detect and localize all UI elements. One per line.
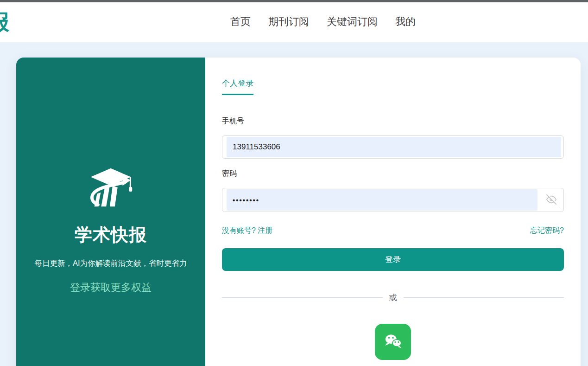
password-input[interactable]: [222, 188, 563, 212]
wechat-login-button[interactable]: [375, 324, 411, 360]
password-field-wrap: [222, 188, 564, 212]
login-form-panel: 个人登录 手机号 密码 没有账号? 注册: [205, 58, 581, 366]
password-label: 密码: [222, 169, 564, 179]
main-nav: 首页 期刊订阅 关键词订阅 我的: [230, 15, 416, 29]
brand-tagline: 每日更新，AI为你解读前沿文献，省时更省力: [34, 257, 187, 270]
divider-text: 或: [389, 292, 397, 303]
tab-personal-login[interactable]: 个人登录: [222, 78, 253, 95]
brand-title: 学术快报: [16, 223, 205, 247]
toggle-password-visibility-button[interactable]: [545, 194, 557, 206]
nav-item-keyword-subscription[interactable]: 关键词订阅: [327, 15, 378, 29]
hero-panel: 学术快报 每日更新，AI为你解读前沿文献，省时更省力 登录获取更多权益: [16, 58, 205, 366]
or-divider: 或: [222, 292, 564, 303]
divider-line: [222, 297, 383, 298]
phone-input[interactable]: [222, 136, 563, 158]
social-login-row: [222, 324, 564, 360]
phone-label: 手机号: [222, 116, 564, 126]
forgot-password-link[interactable]: 忘记密码?: [530, 226, 564, 236]
nav-item-mine[interactable]: 我的: [395, 15, 416, 29]
site-header: 学术快报 首页 期刊订阅 关键词订阅 我的: [0, 2, 588, 42]
eye-off-icon: [546, 194, 556, 206]
wechat-icon: [380, 328, 406, 356]
nav-item-home[interactable]: 首页: [230, 15, 251, 29]
nav-item-journal-subscription[interactable]: 期刊订阅: [268, 15, 309, 29]
login-button[interactable]: 登录: [222, 248, 564, 271]
divider-line: [404, 297, 564, 298]
login-benefits-text[interactable]: 登录获取更多权益: [16, 281, 205, 295]
phone-field-wrap: [222, 135, 564, 159]
login-card: 学术快报 每日更新，AI为你解读前沿文献，省时更省力 登录获取更多权益 个人登录…: [16, 58, 581, 366]
graduation-cap-icon: [16, 162, 205, 218]
site-logo[interactable]: 学术快报: [0, 8, 9, 37]
register-link[interactable]: 没有账号? 注册: [222, 226, 272, 236]
auxiliary-links-row: 没有账号? 注册 忘记密码?: [222, 226, 564, 236]
